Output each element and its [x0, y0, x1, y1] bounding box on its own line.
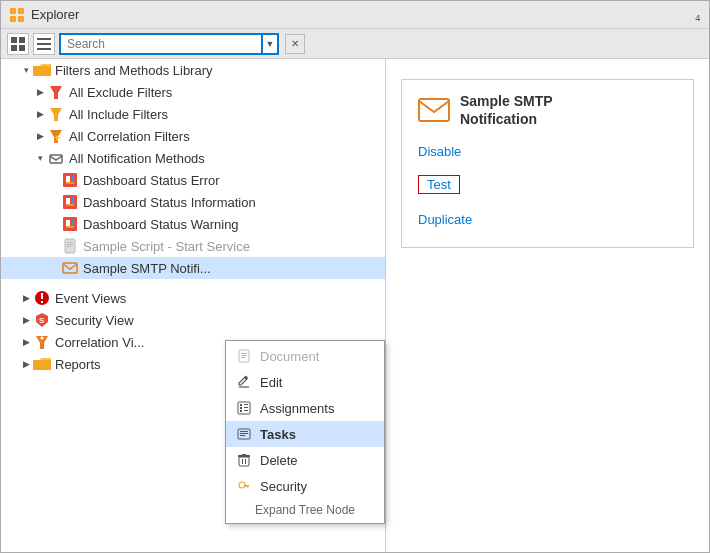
context-menu-item-edit[interactable]: Edit: [226, 369, 384, 395]
svg-point-39: [41, 337, 44, 340]
key-icon: [236, 478, 252, 494]
svg-rect-51: [240, 410, 242, 412]
expand-icon: ▶: [19, 357, 33, 371]
tasks-icon: [236, 426, 252, 442]
context-menu-item-tasks[interactable]: Tasks: [226, 421, 384, 447]
detail-card-header: Sample SMTPNotification: [418, 92, 677, 128]
svg-rect-29: [67, 242, 73, 243]
context-menu-label: Tasks: [260, 427, 296, 442]
event-views-icon: [33, 289, 51, 307]
dashboard-info-icon: [61, 193, 79, 211]
svg-rect-0: [10, 8, 16, 14]
duplicate-action[interactable]: Duplicate: [418, 212, 677, 227]
expand-icon: ▶: [33, 107, 47, 121]
tree-item-dash-info[interactable]: ▶ Dashboard Status Information: [1, 191, 385, 213]
tree-label: Sample Script - Start Service: [83, 239, 250, 254]
svg-text:⚡: ⚡: [53, 133, 62, 142]
svg-rect-55: [240, 433, 248, 434]
script-icon: [61, 237, 79, 255]
svg-rect-8: [37, 38, 51, 40]
search-box: ▼: [59, 33, 279, 55]
explorer-icon: [9, 7, 25, 23]
tree-label: All Correlation Filters: [69, 129, 190, 144]
svg-rect-47: [240, 404, 242, 406]
filter-orange-icon: ⚡: [47, 127, 65, 145]
tree-item-all-include[interactable]: ▶ All Include Filters: [1, 103, 385, 125]
svg-rect-27: [66, 226, 74, 228]
svg-rect-43: [241, 355, 247, 356]
tree-item-all-correlation[interactable]: ▶ ⚡ All Correlation Filters: [1, 125, 385, 147]
svg-rect-7: [19, 45, 25, 51]
tree-item-event-views[interactable]: ▶ Event Views: [1, 287, 385, 309]
context-menu-footer: Expand Tree Node: [226, 499, 384, 521]
search-input[interactable]: [59, 33, 263, 55]
svg-text:S: S: [39, 316, 45, 325]
context-menu-item-delete[interactable]: Delete: [226, 447, 384, 473]
tree-label: Sample SMTP Notifi...: [83, 261, 211, 276]
tree-label: Event Views: [55, 291, 126, 306]
tree-label: Dashboard Status Error: [83, 173, 220, 188]
svg-rect-50: [244, 407, 248, 408]
assignments-icon: [236, 400, 252, 416]
svg-rect-42: [241, 353, 247, 354]
delete-icon: [236, 452, 252, 468]
view-btn-2[interactable]: [33, 33, 55, 55]
tree-item-all-exclude[interactable]: ▶ All Exclude Filters: [1, 81, 385, 103]
reports-folder-icon: [33, 355, 51, 373]
expand-icon: ▶: [19, 335, 33, 349]
tree-item-dash-warning[interactable]: ▶ Dashboard Status Warning: [1, 213, 385, 235]
correlation-icon: [33, 333, 51, 351]
search-clear-btn[interactable]: ✕: [285, 34, 305, 54]
window-title: Explorer: [31, 7, 79, 22]
tree-item-sample-smtp[interactable]: ▶ Sample SMTP Notifi...: [1, 257, 385, 279]
svg-rect-44: [241, 357, 245, 358]
svg-rect-30: [67, 244, 73, 245]
test-action[interactable]: Test: [418, 175, 460, 194]
svg-rect-35: [41, 301, 43, 303]
tree-item-all-notification[interactable]: ▾ All Notification Methods: [1, 147, 385, 169]
detail-card: Sample SMTPNotification Disable Test Dup…: [401, 79, 694, 248]
tree-item-security-view[interactable]: ▶ S Security View: [1, 309, 385, 331]
svg-rect-9: [37, 43, 51, 45]
context-menu-label: Security: [260, 479, 307, 494]
disable-action[interactable]: Disable: [418, 144, 677, 159]
dashboard-error-icon: [61, 171, 79, 189]
tree-item-sample-script[interactable]: ▶ Sample Script - Start Service: [1, 235, 385, 257]
svg-rect-1: [18, 8, 24, 14]
notification-icon: [47, 149, 65, 167]
svg-rect-57: [239, 457, 249, 466]
svg-rect-61: [245, 459, 246, 464]
tree-label: All Exclude Filters: [69, 85, 172, 100]
view-btn-1[interactable]: [7, 33, 29, 55]
expand-icon: ▶: [19, 313, 33, 327]
security-view-icon: S: [33, 311, 51, 329]
title-bar: Explorer ₄: [1, 1, 709, 29]
tree-label: All Notification Methods: [69, 151, 205, 166]
tree-label: Filters and Methods Library: [55, 63, 213, 78]
smtp-icon: [61, 259, 79, 277]
tree-item-dash-error[interactable]: ▶ Dashboard Status Error: [1, 169, 385, 191]
detail-card-title: Sample SMTPNotification: [460, 92, 553, 128]
context-menu-item-assignments[interactable]: Assignments: [226, 395, 384, 421]
svg-rect-65: [245, 485, 247, 487]
tree-item-filters-lib[interactable]: ▾ Filters and Methods Library: [1, 59, 385, 81]
svg-rect-64: [247, 485, 249, 488]
context-menu-label: Assignments: [260, 401, 334, 416]
tree-label: Dashboard Status Warning: [83, 217, 239, 232]
svg-rect-52: [244, 410, 248, 411]
svg-rect-6: [11, 45, 17, 51]
svg-rect-3: [18, 16, 24, 22]
search-dropdown-btn[interactable]: ▼: [263, 33, 279, 55]
context-menu-label: Delete: [260, 453, 298, 468]
svg-rect-15: [50, 155, 62, 163]
expand-icon: ▾: [19, 63, 33, 77]
filter-red-icon: [47, 83, 65, 101]
context-menu-item-security[interactable]: Security: [226, 473, 384, 499]
dashboard-warning-icon: [61, 215, 79, 233]
svg-rect-23: [66, 204, 74, 206]
svg-rect-54: [240, 431, 248, 432]
context-menu-label: Edit: [260, 375, 282, 390]
tree-label: Reports: [55, 357, 101, 372]
svg-rect-48: [244, 404, 248, 405]
context-menu-item-document[interactable]: Document: [226, 343, 384, 369]
